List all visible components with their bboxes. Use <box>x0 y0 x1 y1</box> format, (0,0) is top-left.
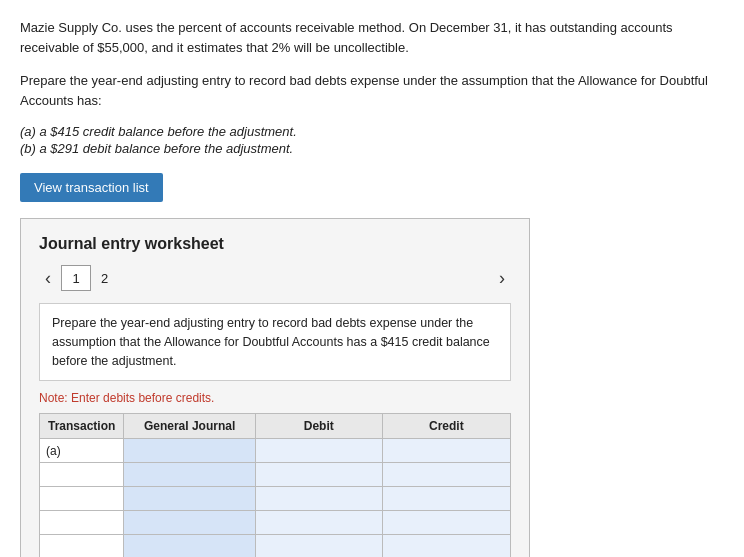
debit-cell[interactable] <box>255 511 382 535</box>
journal-table: Transaction General Journal Debit Credit… <box>39 413 511 557</box>
general-journal-input[interactable] <box>124 511 254 534</box>
col-header-debit: Debit <box>255 414 382 439</box>
next-page-button[interactable]: › <box>493 268 511 289</box>
intro-paragraph1: Mazie Supply Co. uses the percent of acc… <box>20 18 724 57</box>
transaction-cell <box>40 535 124 557</box>
worksheet-nav: ‹ 1 2 › <box>39 265 511 291</box>
transaction-cell <box>40 463 124 487</box>
debit-input[interactable] <box>256 463 382 486</box>
transaction-cell <box>40 511 124 535</box>
debit-cell[interactable] <box>255 439 382 463</box>
table-row <box>40 535 511 557</box>
journal-entry-worksheet: Journal entry worksheet ‹ 1 2 › Prepare … <box>20 218 530 557</box>
table-row <box>40 511 511 535</box>
debit-cell[interactable] <box>255 487 382 511</box>
intro-paragraph2: Prepare the year-end adjusting entry to … <box>20 71 724 110</box>
credit-cell[interactable] <box>382 439 510 463</box>
debit-input[interactable] <box>256 439 382 462</box>
worksheet-title: Journal entry worksheet <box>39 235 511 253</box>
col-header-credit: Credit <box>382 414 510 439</box>
general-journal-input[interactable] <box>124 463 254 486</box>
general-journal-input[interactable] <box>124 439 254 462</box>
credit-cell[interactable] <box>382 487 510 511</box>
view-transaction-button[interactable]: View transaction list <box>20 173 163 202</box>
general-journal-cell[interactable] <box>124 535 255 557</box>
credit-input[interactable] <box>383 487 510 510</box>
debit-input[interactable] <box>256 487 382 510</box>
table-row <box>40 487 511 511</box>
col-header-general-journal: General Journal <box>124 414 255 439</box>
credit-cell[interactable] <box>382 535 510 557</box>
debit-input[interactable] <box>256 511 382 534</box>
general-journal-cell[interactable] <box>124 487 255 511</box>
intro-item-b: (b) a $291 debit balance before the adju… <box>20 141 724 156</box>
transaction-cell <box>40 487 124 511</box>
credit-input[interactable] <box>383 439 510 462</box>
credit-input[interactable] <box>383 535 510 557</box>
general-journal-input[interactable] <box>124 535 254 557</box>
credit-input[interactable] <box>383 463 510 486</box>
general-journal-cell[interactable] <box>124 511 255 535</box>
col-header-transaction: Transaction <box>40 414 124 439</box>
general-journal-cell[interactable] <box>124 463 255 487</box>
intro-section: Mazie Supply Co. uses the percent of acc… <box>20 18 724 156</box>
credit-input[interactable] <box>383 511 510 534</box>
transaction-cell: (a) <box>40 439 124 463</box>
general-journal-input[interactable] <box>124 487 254 510</box>
debit-cell[interactable] <box>255 535 382 557</box>
general-journal-cell[interactable] <box>124 439 255 463</box>
current-page-number: 1 <box>72 271 79 286</box>
debit-cell[interactable] <box>255 463 382 487</box>
debit-input[interactable] <box>256 535 382 557</box>
credit-cell[interactable] <box>382 463 510 487</box>
current-page-box: 1 <box>61 265 91 291</box>
table-row: (a) <box>40 439 511 463</box>
worksheet-description: Prepare the year-end adjusting entry to … <box>39 303 511 381</box>
next-page-number: 2 <box>101 271 108 286</box>
prev-page-button[interactable]: ‹ <box>39 268 57 289</box>
worksheet-note: Note: Enter debits before credits. <box>39 391 511 405</box>
credit-cell[interactable] <box>382 511 510 535</box>
table-row <box>40 463 511 487</box>
intro-item-a: (a) a $415 credit balance before the adj… <box>20 124 724 139</box>
